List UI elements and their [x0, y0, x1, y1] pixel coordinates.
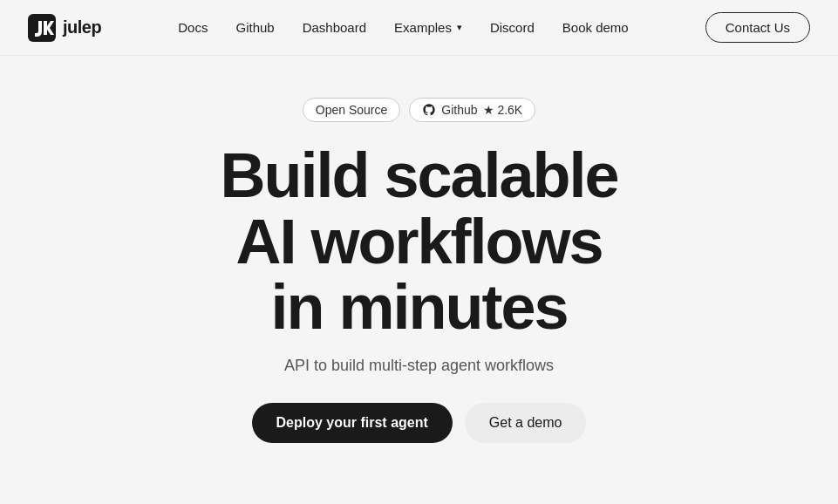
hero-heading: Build scalable AI workflows in minutes	[220, 143, 617, 341]
hero-heading-line2: AI workflows	[220, 209, 617, 276]
hero-heading-line1: Build scalable	[220, 143, 617, 209]
nav-item-examples[interactable]: Examples ▾	[394, 20, 462, 35]
nav-links: Docs Github Dashboard Examples ▾ Discord…	[178, 20, 628, 35]
nav-item-discord[interactable]: Discord	[490, 20, 535, 35]
contact-us-button[interactable]: Contact Us	[705, 12, 810, 43]
logo[interactable]: julep	[28, 14, 101, 42]
get-demo-button[interactable]: Get a demo	[465, 403, 587, 443]
nav-item-book-demo[interactable]: Book demo	[562, 20, 629, 35]
hero-buttons: Deploy your first agent Get a demo	[252, 403, 587, 443]
github-icon	[422, 103, 436, 117]
hero-subtext: API to build multi-step agent workflows	[284, 357, 554, 375]
hero-section: Open Source Github ★ 2.6K Build scalable…	[0, 56, 838, 443]
github-badge[interactable]: Github ★ 2.6K	[409, 98, 535, 122]
nav-item-dashboard[interactable]: Dashboard	[303, 20, 366, 35]
hero-heading-line3: in minutes	[220, 275, 617, 341]
nav-item-github[interactable]: Github	[235, 20, 274, 35]
github-stars: ★ 2.6K	[483, 103, 523, 117]
deploy-agent-button[interactable]: Deploy your first agent	[252, 403, 453, 443]
chevron-down-icon: ▾	[457, 22, 462, 33]
nav-item-docs[interactable]: Docs	[178, 20, 208, 35]
logo-text: julep	[63, 17, 101, 37]
navbar: julep Docs Github Dashboard Examples ▾ D…	[0, 0, 838, 56]
github-badge-label: Github	[441, 103, 477, 117]
open-source-badge: Open Source	[303, 98, 401, 122]
julep-logo-icon	[28, 14, 56, 42]
badge-row: Open Source Github ★ 2.6K	[303, 98, 535, 122]
